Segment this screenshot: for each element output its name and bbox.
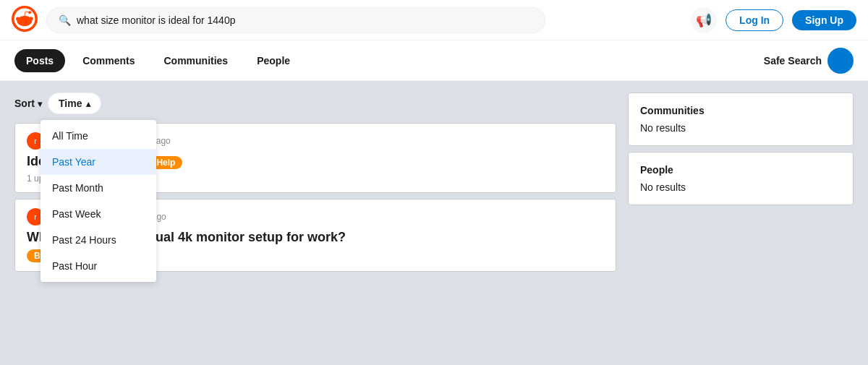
megaphone-button[interactable]: 📢 bbox=[691, 7, 717, 33]
safe-search-control: Safe Search bbox=[764, 48, 854, 74]
header-right: 📢 Log In Sign Up bbox=[691, 7, 856, 33]
left-column: Sort Time All Time Past Year Past Month … bbox=[14, 93, 616, 353]
tab-bar: Posts Comments Communities People Safe S… bbox=[0, 40, 868, 81]
tab-communities[interactable]: Communities bbox=[152, 49, 239, 72]
people-no-results: No results bbox=[640, 181, 841, 193]
right-sidebar: Communities No results People No results bbox=[628, 93, 854, 353]
svg-point-2 bbox=[21, 18, 24, 21]
dropdown-item-all-time[interactable]: All Time bbox=[41, 123, 156, 149]
dropdown-item-past-hour[interactable]: Past Hour bbox=[41, 253, 156, 279]
dropdown-item-past-year[interactable]: Past Year bbox=[41, 149, 156, 175]
people-sidebar-title: People bbox=[640, 164, 841, 176]
header: 🔍 📢 Log In Sign Up bbox=[0, 0, 868, 40]
safe-search-toggle[interactable] bbox=[827, 48, 854, 74]
time-chevron-up-icon bbox=[86, 98, 90, 109]
dropdown-item-past-24-hours[interactable]: Past 24 Hours bbox=[41, 227, 156, 253]
login-button[interactable]: Log In bbox=[726, 9, 783, 31]
reddit-logo[interactable] bbox=[12, 6, 38, 35]
main-content: Sort Time All Time Past Year Past Month … bbox=[0, 81, 868, 365]
communities-no-results: No results bbox=[640, 122, 841, 134]
safe-search-label: Safe Search bbox=[764, 55, 822, 66]
sort-label[interactable]: Sort bbox=[14, 98, 42, 109]
signup-button[interactable]: Sign Up bbox=[792, 10, 856, 30]
dropdown-item-past-week[interactable]: Past Week bbox=[41, 201, 156, 227]
search-input[interactable] bbox=[77, 14, 533, 26]
time-dropdown-button[interactable]: Time bbox=[48, 93, 101, 114]
tab-comments[interactable]: Comments bbox=[71, 49, 146, 72]
sort-chevron-down-icon bbox=[38, 98, 42, 109]
tab-posts[interactable]: Posts bbox=[14, 49, 65, 72]
sort-bar: Sort Time All Time Past Year Past Month … bbox=[14, 93, 616, 114]
communities-sidebar-card: Communities No results bbox=[628, 93, 854, 146]
dropdown-item-past-month[interactable]: Past Month bbox=[41, 175, 156, 201]
people-sidebar-card: People No results bbox=[628, 152, 854, 205]
svg-point-3 bbox=[26, 18, 29, 21]
communities-sidebar-title: Communities bbox=[640, 105, 841, 116]
time-dropdown-menu: All Time Past Year Past Month Past Week … bbox=[41, 120, 156, 282]
search-icon: 🔍 bbox=[59, 14, 71, 26]
search-bar[interactable]: 🔍 bbox=[46, 7, 545, 33]
tab-people[interactable]: People bbox=[245, 49, 302, 72]
